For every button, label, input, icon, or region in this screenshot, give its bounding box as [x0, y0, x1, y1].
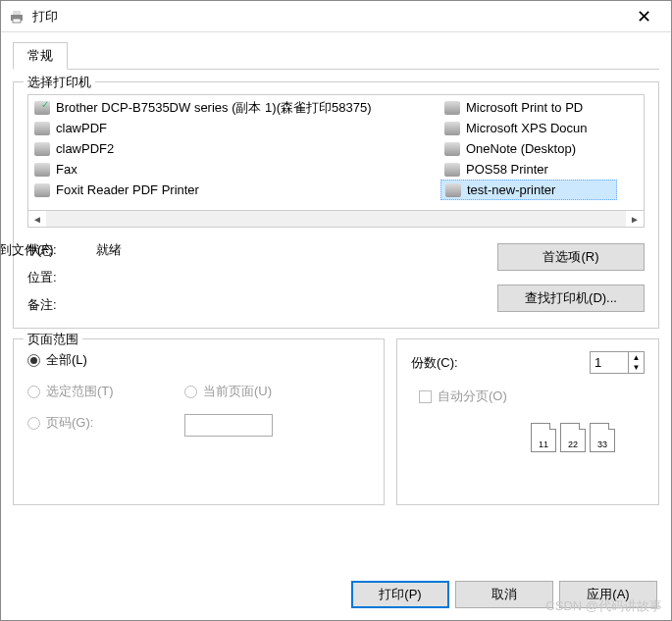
page-range-group: 页面范围 全部(L) 选定范围(T) 当前页面(U) 页码(G):: [13, 338, 385, 505]
svg-rect-1: [13, 11, 21, 15]
scroll-track[interactable]: [46, 211, 626, 227]
scroll-right-button[interactable]: ►: [626, 211, 644, 227]
radio-pages: 页码(G):: [27, 414, 184, 432]
printer-item[interactable]: Fax: [30, 159, 440, 180]
printer-item-selected[interactable]: test-new-printer: [440, 180, 617, 200]
collate-preview: 11 22 33: [411, 423, 645, 452]
content: 选择打印机 Brother DCP-B7535DW series (副本 1)(…: [1, 70, 671, 569]
printer-item[interactable]: Foxit Reader PDF Printer: [30, 180, 440, 200]
close-button[interactable]: ✕: [624, 6, 663, 27]
printer-icon: [445, 183, 461, 197]
location-label: 位置:: [27, 269, 96, 286]
copies-spinner[interactable]: ▲ ▼: [590, 351, 645, 374]
tab-general[interactable]: 常规: [13, 42, 68, 70]
radio-pages-label: 页码(G):: [46, 414, 93, 432]
find-printer-button[interactable]: 查找打印机(D)...: [497, 285, 645, 312]
window-title: 打印: [32, 8, 624, 26]
spin-down-button[interactable]: ▼: [629, 363, 644, 374]
tabbar: 常规: [1, 32, 671, 70]
group-label-printer: 选择打印机: [24, 74, 95, 91]
watermark: CSDN @代码讲故事: [545, 597, 662, 615]
radio-current-page: 当前页面(U): [184, 383, 332, 400]
status-area: 状态: 就绪 打印到文件(F) 位置: 备注: 首选项(R) 查找打印机(D).…: [27, 241, 645, 314]
titlebar: 打印 ✕: [1, 1, 671, 32]
radio-circle: [27, 386, 40, 398]
svg-rect-2: [13, 19, 21, 23]
collate-label: 自动分页(O): [438, 388, 507, 405]
page-icon: 11: [531, 423, 556, 452]
radio-selection: 选定范围(T): [27, 383, 184, 400]
printer-item[interactable]: OneNote (Desktop): [440, 138, 617, 159]
radio-current-label: 当前页面(U): [203, 383, 272, 400]
printer-item[interactable]: POS58 Printer: [440, 159, 617, 180]
copies-input[interactable]: [590, 351, 629, 374]
checkbox-box: [419, 390, 432, 403]
radio-all[interactable]: 全部(L): [27, 351, 370, 369]
cancel-button[interactable]: 取消: [455, 581, 553, 608]
printer-icon: [34, 101, 50, 115]
print-button[interactable]: 打印(P): [351, 581, 449, 608]
radio-circle: [184, 386, 197, 398]
printer-icon: [9, 9, 25, 25]
print-to-file-label: 打印到文件(F): [0, 241, 54, 259]
radio-circle: [27, 417, 40, 430]
print-to-file-checkbox[interactable]: 打印到文件(F): [0, 241, 54, 259]
group-label-range: 页面范围: [24, 331, 82, 348]
comment-label: 备注:: [27, 296, 96, 314]
printer-icon: [444, 142, 460, 156]
scroll-left-button[interactable]: ◄: [28, 211, 46, 227]
printer-item[interactable]: Microsoft Print to PD: [440, 97, 617, 118]
hscrollbar[interactable]: ◄ ►: [27, 210, 645, 228]
page-icon: 33: [590, 423, 615, 452]
printer-select-group: 选择打印机 Brother DCP-B7535DW series (副本 1)(…: [13, 81, 659, 329]
radio-all-label: 全部(L): [46, 351, 87, 369]
printer-item[interactable]: clawPDF: [30, 118, 440, 138]
printer-item[interactable]: Microsoft XPS Docun: [440, 118, 617, 138]
radio-selection-label: 选定范围(T): [46, 383, 114, 400]
collate-checkbox: 自动分页(O): [419, 388, 645, 405]
printer-item[interactable]: clawPDF2: [30, 138, 440, 159]
copies-group: 份数(C): ▲ ▼ 自动分页(O) 11 22 33: [396, 338, 659, 505]
printer-icon: [34, 183, 50, 197]
printer-icon: [444, 163, 460, 177]
radio-circle: [27, 354, 40, 367]
preferences-button[interactable]: 首选项(R): [497, 243, 645, 271]
printer-icon: [444, 122, 460, 135]
spin-up-button[interactable]: ▲: [629, 352, 644, 363]
printer-icon: [34, 163, 50, 177]
status-value: 就绪: [96, 241, 122, 259]
pages-input[interactable]: [184, 414, 273, 437]
printer-list[interactable]: Brother DCP-B7535DW series (副本 1)(森雀打印58…: [27, 94, 645, 210]
printer-item[interactable]: Brother DCP-B7535DW series (副本 1)(森雀打印58…: [30, 97, 440, 118]
printer-icon: [444, 101, 460, 115]
printer-icon: [34, 122, 50, 135]
copies-label: 份数(C):: [411, 354, 458, 372]
printer-icon: [34, 142, 50, 156]
page-icon: 22: [560, 423, 586, 452]
